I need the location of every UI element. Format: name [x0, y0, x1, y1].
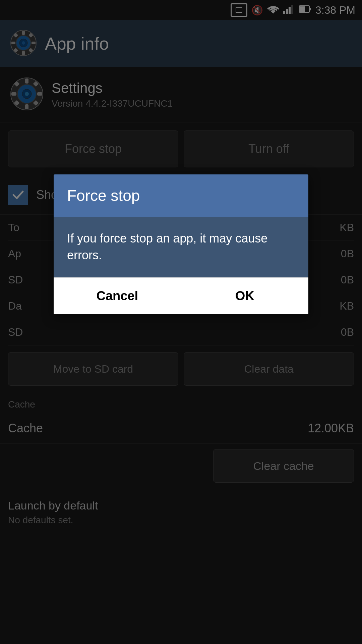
dialog-message: If you force stop an app, it may cause e… — [67, 230, 295, 264]
dialog-buttons: Cancel OK — [54, 277, 308, 314]
dialog-title: Force stop — [67, 186, 295, 205]
dialog-ok-button[interactable]: OK — [181, 277, 309, 314]
dialog-overlay: Force stop If you force stop an app, it … — [0, 0, 362, 644]
dialog-body: If you force stop an app, it may cause e… — [54, 217, 308, 277]
force-stop-dialog: Force stop If you force stop an app, it … — [54, 174, 308, 314]
dialog-cancel-button[interactable]: Cancel — [54, 277, 181, 314]
dialog-header: Force stop — [54, 174, 308, 217]
